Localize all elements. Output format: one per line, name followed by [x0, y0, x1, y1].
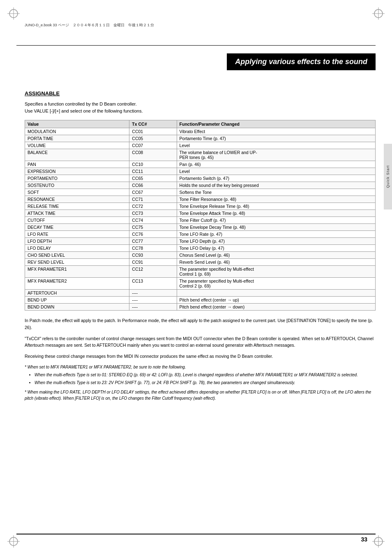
intro-text: Specifies a function controlled by the D… [25, 101, 376, 114]
table-cell-2-0: VOLUME [25, 142, 129, 149]
table-cell-0-0: MODULATION [25, 128, 129, 135]
body-paragraph-1: "TxCC#" refers to the controller number … [25, 335, 376, 349]
table-cell-9-0: RESONANCE [25, 196, 129, 203]
table-cell-15-1: CC77 [129, 238, 177, 245]
side-tab-label: Quick Start [386, 165, 390, 188]
table-row: BEND DOWN----Pitch bend effect (center →… [25, 304, 376, 311]
table-cell-16-0: LFO DELAY [25, 245, 129, 252]
table-row: DECAY TIMECC75Tone Envelope Decay Time (… [25, 224, 376, 231]
table-cell-2-1: CC07 [129, 142, 177, 149]
table-cell-22-1: ---- [129, 297, 177, 304]
table-cell-16-1: CC78 [129, 245, 177, 252]
intro-line1: Specifies a function controlled by the D… [25, 101, 137, 106]
table-cell-11-1: CC73 [129, 210, 177, 217]
note-bullet-0-1: When the multi-effects Type is set to 23… [35, 380, 376, 386]
note-main-0: * When set to MFX PARAMETER1 or MFX PARA… [25, 364, 376, 370]
table-row: LFO DELAYCC78Tone LFO Delay (p. 47) [25, 245, 376, 252]
body-paragraph-2: Receiving these control change messages … [25, 353, 376, 360]
table-cell-20-2: The parameter specified by Multi-effect … [177, 278, 375, 290]
table-cell-1-0: PORTA TIME [25, 135, 129, 142]
page-number: 33 [361, 536, 367, 543]
table-cell-3-2: The volume balance of LOWER and UP- PER … [177, 149, 375, 161]
table-cell-16-2: Tone LFO Delay (p. 47) [177, 245, 375, 252]
table-row: RELEASE TIMECC72Tone Envelope Release Ti… [25, 203, 376, 210]
table-cell-13-0: DECAY TIME [25, 224, 129, 231]
table-cell-21-0: AFTERTOUCH [25, 290, 129, 297]
table-cell-11-0: ATTACK TIME [25, 210, 129, 217]
table-cell-23-0: BEND DOWN [25, 304, 129, 311]
table-cell-18-0: REV SEND LEVEL [25, 259, 129, 266]
table-row: MFX PARAMETER1CC12The parameter specifie… [25, 266, 376, 278]
table-cell-7-0: SOSTENUTO [25, 182, 129, 189]
table-row: LFO RATECC76Tone LFO Rate (p. 47) [25, 231, 376, 238]
table-row: MFX PARAMETER2CC13The parameter specifie… [25, 278, 376, 290]
page: JUNO-D_e.book 33 ページ ２００４年６月１１日 金曜日 午後１時… [0, 0, 392, 555]
table-cell-12-1: CC74 [129, 217, 177, 224]
table-cell-1-1: CC05 [129, 135, 177, 142]
table-row: PANCC10Pan (p. 46) [25, 161, 376, 168]
table-cell-14-0: LFO RATE [25, 231, 129, 238]
col-header-txcc: Tx CC# [129, 120, 177, 128]
table-cell-6-2: Portamento Switch (p. 47) [177, 175, 375, 182]
table-cell-23-1: ---- [129, 304, 177, 311]
table-cell-17-0: CHO SEND LEVEL [25, 252, 129, 259]
table-cell-1-2: Portamento Time (p. 47) [177, 135, 375, 142]
table-cell-19-1: CC12 [129, 266, 177, 278]
table-row: PORTA TIMECC05Portamento Time (p. 47) [25, 135, 376, 142]
table-cell-4-2: Pan (p. 46) [177, 161, 375, 168]
note-bullet-0-0: When the multi-effects Type is set to 01… [35, 372, 376, 378]
table-row: RESONANCECC71Tone Filter Resonance (p. 4… [25, 196, 376, 203]
table-cell-13-1: CC75 [129, 224, 177, 231]
table-cell-8-1: CC67 [129, 189, 177, 196]
table-cell-6-0: PORTAMENTO [25, 175, 129, 182]
table-cell-20-0: MFX PARAMETER2 [25, 278, 129, 290]
table-cell-19-0: MFX PARAMETER1 [25, 266, 129, 278]
table-cell-14-2: Tone LFO Rate (p. 47) [177, 231, 375, 238]
table-cell-21-2 [177, 290, 375, 297]
table-row: VOLUMECC07Level [25, 142, 376, 149]
table-cell-10-2: Tone Envelope Release Time (p. 48) [177, 203, 375, 210]
note-0: * When set to MFX PARAMETER1 or MFX PARA… [25, 364, 376, 386]
table-row: REV SEND LEVELCC91Reverb Send Level (p. … [25, 259, 376, 266]
main-content: ASSIGNABLE Specifies a function controll… [25, 90, 376, 405]
table-cell-5-0: EXPRESSION [25, 168, 129, 175]
table-cell-9-2: Tone Filter Resonance (p. 48) [177, 196, 375, 203]
table-row: BALANCECC08The volume balance of LOWER a… [25, 149, 376, 161]
table-row: AFTERTOUCH---- [25, 290, 376, 297]
note-1: * When making the LFO RATE, LFO DEPTH or… [25, 389, 376, 401]
table-cell-9-1: CC71 [129, 196, 177, 203]
body-paragraphs: In Patch mode, the effect will apply to … [25, 317, 376, 360]
table-row: PORTAMENTOCC65Portamento Switch (p. 47) [25, 175, 376, 182]
table-cell-4-1: CC10 [129, 161, 177, 168]
section-title: ASSIGNABLE [25, 90, 376, 97]
table-cell-4-0: PAN [25, 161, 129, 168]
body-paragraph-0: In Patch mode, the effect will apply to … [25, 317, 376, 331]
table-cell-15-0: LFO DEPTH [25, 238, 129, 245]
table-row: ATTACK TIMECC73Tone Envelope Attack Time… [25, 210, 376, 217]
table-cell-21-1: ---- [129, 290, 177, 297]
intro-line2: Use VALUE [-]/[+] and select one of the … [25, 108, 143, 113]
table-cell-2-2: Level [177, 142, 375, 149]
table-cell-7-1: CC66 [129, 182, 177, 189]
table-cell-18-2: Reverb Send Level (p. 46) [177, 259, 375, 266]
note-bullets-0: When the multi-effects Type is set to 01… [35, 372, 376, 386]
table-cell-17-2: Chorus Send Level (p. 46) [177, 252, 375, 259]
table-cell-12-0: CUTOFF [25, 217, 129, 224]
header-meta: JUNO-D_e.book 33 ページ ２００４年６月１１日 金曜日 午後１時… [25, 23, 154, 28]
table-cell-5-1: CC11 [129, 168, 177, 175]
table-cell-18-1: CC91 [129, 259, 177, 266]
table-row: MODULATIONCC01Vibrato Effect [25, 128, 376, 135]
table-row: CHO SEND LEVELCC93Chorus Send Level (p. … [25, 252, 376, 259]
table-cell-19-2: The parameter specified by Multi-effect … [177, 266, 375, 278]
corner-mark-tr [372, 7, 385, 20]
table-cell-10-0: RELEASE TIME [25, 203, 129, 210]
table-cell-3-0: BALANCE [25, 149, 129, 161]
table-row: LFO DEPTHCC77Tone LFO Depth (p. 47) [25, 238, 376, 245]
corner-mark-br [372, 535, 385, 548]
table-cell-14-1: CC76 [129, 231, 177, 238]
table-cell-13-2: Tone Envelope Decay Time (p. 48) [177, 224, 375, 231]
side-tab: Quick Start [384, 144, 392, 210]
table-cell-8-0: SOFT [25, 189, 129, 196]
table-cell-11-2: Tone Envelope Attack Time (p. 48) [177, 210, 375, 217]
table-row: CUTOFFCC74Tone Filter Cutoff (p. 47) [25, 217, 376, 224]
